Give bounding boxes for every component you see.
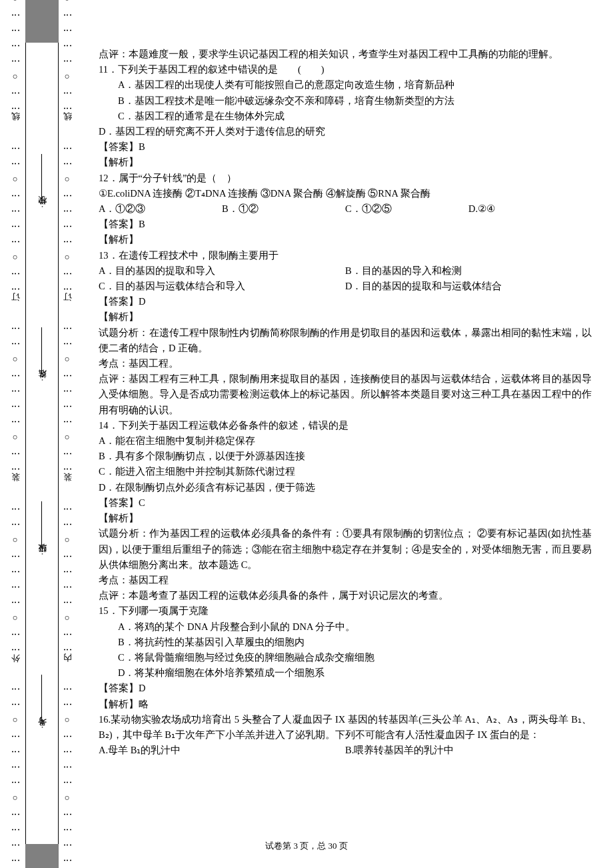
q16-b: B.喂养转基因羊的乳汁中 — [345, 743, 592, 758]
margin-inner: ⋮⋮○⋮⋮⋮⋮○⋮⋮⋮⋮○⋮⋮ 内 ⋮⋮○⋮⋮⋮⋮○⋮⋮ 装 ⋮⋮○⋮⋮⋮⋮○⋮… — [63, 0, 72, 868]
q11-c: C．基因工程的通常是在生物体外完成 — [99, 109, 592, 124]
q12-c: C．①②⑤ — [345, 201, 468, 217]
q15-stem: 15．下列哪一项属于克隆 — [99, 603, 592, 619]
q13-row1: A．目的基因的提取和导入 B．目的基因的导入和检测 — [99, 263, 592, 279]
margin-gap-top — [25, 0, 59, 43]
margin-mid: 考号： 班级： 姓名： 学校： — [25, 43, 59, 844]
q13-kd: 考点：基因工程。 — [99, 356, 592, 371]
q14-ans: 【答案】C — [99, 495, 592, 511]
margin-outer: ⋮⋮○⋮⋮⋮⋮○⋮⋮⋮⋮○⋮⋮ 外 ⋮⋮○⋮⋮⋮⋮○⋮⋮ 装 ⋮⋮○⋮⋮⋮⋮○⋮… — [11, 0, 20, 868]
field-examno-line[interactable] — [42, 675, 43, 721]
q16-row1: A.母羊 B₁的乳汁中 B.喂养转基因羊的乳汁中 — [99, 743, 592, 758]
field-school-line[interactable] — [42, 154, 43, 201]
q15-a: A．将鸡的某个 DNA 片段整合到小鼠的 DNA 分子中。 — [99, 619, 592, 635]
q14-kd: 考点：基因工程 — [99, 573, 592, 588]
q11-b: B．基因工程技术是唯一能冲破远缘杂交不亲和障碍，培育生物新类型的方法 — [99, 93, 592, 109]
q12-a: A．①②③ — [99, 201, 222, 217]
q13-ana1: 试题分析：在遗传工程中限制性内切酶简称限制酶的作用是切取目的基因和运载体，暴露出… — [99, 325, 592, 356]
q13-b: B．目的基因的导入和检测 — [345, 263, 592, 279]
q11-ans: 【答案】B — [99, 139, 592, 155]
q14-a: A．能在宿主细胞中复制并稳定保存 — [99, 433, 592, 449]
q15-c: C．将鼠骨髓瘤细胞与经过免疫的脾细胞融合成杂交瘤细胞 — [99, 650, 592, 665]
q15-ans: 【答案】D — [99, 681, 592, 696]
q15-exp: 【解析】略 — [99, 697, 592, 712]
q12-d: D.②④ — [468, 201, 592, 217]
q13-c: C．目的基因与运载体结合和导入 — [99, 279, 345, 294]
q16-a: A.母羊 B₁的乳汁中 — [99, 743, 345, 758]
q12-b: B．①② — [222, 201, 345, 217]
field-class: 班级： — [36, 501, 48, 559]
q13-stem: 13．在遗传工程技术中，限制酶主要用于 — [99, 248, 592, 263]
field-school: 学校： — [36, 154, 48, 212]
q14-d: D．在限制酶切点外必须含有标记基因，便于筛选 — [99, 480, 592, 495]
q14-c: C．能进入宿主细胞中并控制其新陈代谢过程 — [99, 464, 592, 479]
field-examno-label: 考号： — [36, 724, 48, 733]
q14-ana1: 试题分析：作为基因工程的运载体必须具备的条件有：①要具有限制酶的切割位点； ②要… — [99, 526, 592, 573]
margin-outer-text: ⋮⋮○⋮⋮⋮⋮○⋮⋮⋮⋮○⋮⋮ 外 ⋮⋮○⋮⋮⋮⋮○⋮⋮ 装 ⋮⋮○⋮⋮⋮⋮○⋮… — [9, 0, 21, 868]
content-area: 点评：本题难度一般，要求学生识记基因工程的相关知识，考查学生对基因工程中工具酶的… — [99, 47, 592, 758]
q12-stem: 12．属于“分子针线”的是（ ） — [99, 171, 592, 186]
field-name-label: 姓名： — [36, 377, 48, 385]
field-class-label: 班级： — [36, 551, 48, 559]
field-class-line[interactable] — [42, 501, 43, 548]
comment-top: 点评：本题难度一般，要求学生识记基因工程的相关知识，考查学生对基因工程中工具酶的… — [99, 47, 592, 62]
q12-line2: ①E.coliDNA 连接酶 ②T₄DNA 连接酶 ③DNA 聚合酶 ④解旋酶 … — [99, 186, 592, 201]
q12-exp: 【解析】 — [99, 232, 592, 247]
q13-d: D．目的基因的提取和与运载体结合 — [345, 279, 592, 294]
q14-cmt: 点评：本题考查了基因工程的运载体必须具备的条件，属于对识记层次的考查。 — [99, 588, 592, 603]
margin-form-box: 考号： 班级： 姓名： 学校： — [25, 0, 59, 868]
q12-ans: 【答案】B — [99, 217, 592, 232]
q14-exp: 【解析】 — [99, 511, 592, 526]
q11-exp: 【解析】 — [99, 155, 592, 170]
page-footer: 试卷第 3 页，总 30 页 — [0, 840, 613, 852]
q13-ans: 【答案】D — [99, 294, 592, 309]
q15-d: D．将某种瘤细胞在体外培养繁殖成一个细胞系 — [99, 665, 592, 681]
q11-stem: 11．下列关于基因工程的叙述中错误的是 ( ) — [99, 62, 592, 77]
margin-inner-text: ⋮⋮○⋮⋮⋮⋮○⋮⋮⋮⋮○⋮⋮ 内 ⋮⋮○⋮⋮⋮⋮○⋮⋮ 装 ⋮⋮○⋮⋮⋮⋮○⋮… — [61, 0, 73, 868]
q13-row2: C．目的基因与运载体结合和导入 D．目的基因的提取和与运载体结合 — [99, 279, 592, 294]
q11-d: D．基因工程的研究离不开人类对于遗传信息的研究 — [99, 124, 592, 139]
field-examno: 考号： — [36, 675, 48, 733]
field-name-line[interactable] — [42, 327, 43, 374]
q15-b: B．将抗药性的某基因引入草履虫的细胞内 — [99, 635, 592, 650]
q13-exp: 【解析】 — [99, 309, 592, 325]
q12-options: A．①②③ B．①② C．①②⑤ D.②④ — [99, 201, 592, 217]
q11-a: A．基因工程的出现使人类有可能按照自己的意愿定向改造生物，培育新品种 — [99, 77, 592, 93]
field-name: 姓名： — [36, 327, 48, 385]
q13-a: A．目的基因的提取和导入 — [99, 263, 345, 279]
q16-stem: 16.某动物实验农场成功培育出 5 头整合了人凝血因子 IX 基因的转基因羊(三… — [99, 712, 592, 743]
q14-stem: 14．下列关于基因工程运载体必备条件的叙述，错误的是 — [99, 418, 592, 433]
q13-cmt: 点评：基因工程有三种工具，限制酶用来提取目的基因，连接酶使目的基因与运载体结合，… — [99, 371, 592, 418]
q14-b: B．具有多个限制酶切点，以便于外源基因连接 — [99, 449, 592, 464]
field-school-label: 学校： — [36, 203, 48, 212]
